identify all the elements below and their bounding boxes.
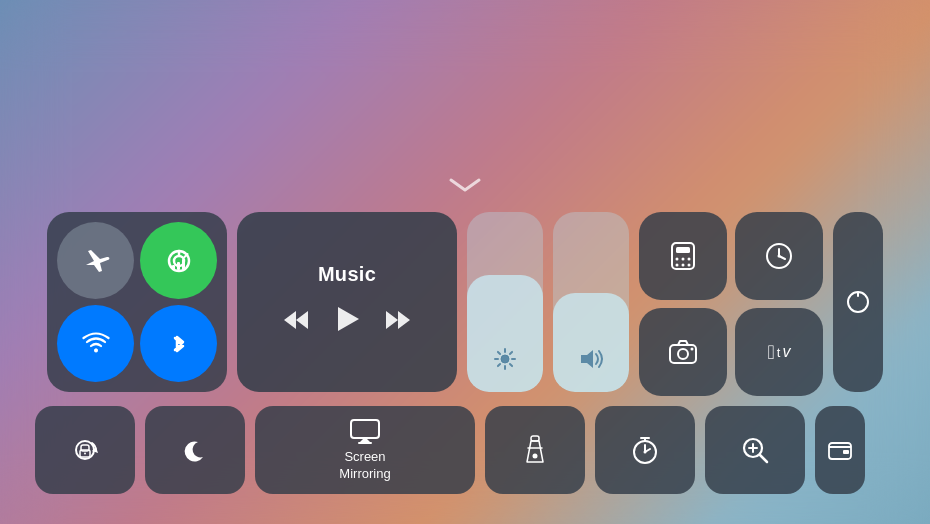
svg-line-19	[510, 364, 512, 366]
screen-mirroring-button[interactable]: Screen Mirroring	[255, 406, 475, 494]
svg-line-58	[760, 455, 767, 462]
volume-icon	[577, 347, 605, 376]
svg-rect-6	[182, 259, 185, 270]
svg-point-50	[533, 454, 538, 459]
brightness-icon	[493, 347, 517, 376]
svg-point-29	[682, 264, 685, 267]
flashlight-button[interactable]	[485, 406, 585, 494]
rewind-button[interactable]	[282, 309, 310, 337]
svg-line-21	[498, 364, 500, 366]
music-controls	[282, 304, 412, 341]
bottom-row: Screen Mirroring	[35, 406, 895, 494]
svg-line-18	[498, 352, 500, 354]
utilities-grid: tv	[639, 212, 823, 396]
svg-point-34	[778, 255, 781, 258]
svg-point-28	[676, 264, 679, 267]
wallet-button[interactable]	[815, 406, 865, 494]
svg-point-37	[691, 348, 694, 351]
partial-tile-right	[833, 212, 883, 392]
control-center: Music	[35, 176, 895, 494]
svg-point-13	[501, 355, 509, 363]
svg-rect-5	[177, 262, 180, 270]
svg-line-20	[510, 352, 512, 354]
svg-marker-12	[398, 311, 410, 329]
svg-point-30	[688, 264, 691, 267]
svg-marker-22	[581, 350, 593, 368]
apple-tv-label: tv	[768, 341, 791, 364]
svg-marker-9	[296, 311, 308, 329]
music-title: Music	[318, 263, 376, 286]
svg-marker-11	[386, 311, 398, 329]
volume-fill	[553, 293, 629, 392]
apple-tv-button[interactable]: tv	[735, 308, 823, 396]
camera-button[interactable]	[639, 308, 727, 396]
play-button[interactable]	[332, 304, 362, 341]
svg-point-27	[688, 258, 691, 261]
chevron-down-icon[interactable]	[447, 176, 483, 198]
svg-rect-62	[843, 450, 849, 454]
top-row: Music	[47, 212, 883, 396]
svg-point-36	[678, 349, 688, 359]
magnifier-button[interactable]	[705, 406, 805, 494]
svg-marker-10	[338, 307, 359, 331]
bluetooth-button[interactable]	[140, 305, 217, 382]
svg-point-7	[94, 348, 98, 352]
airplane-mode-button[interactable]	[57, 222, 134, 299]
calculator-button[interactable]	[639, 212, 727, 300]
brightness-slider[interactable]	[467, 212, 543, 392]
svg-rect-45	[351, 420, 379, 438]
svg-point-25	[676, 258, 679, 261]
svg-rect-4	[172, 265, 175, 270]
clock-button[interactable]	[735, 212, 823, 300]
do-not-disturb-button[interactable]	[145, 406, 245, 494]
screen-mirroring-label: Screen Mirroring	[339, 449, 390, 483]
music-tile[interactable]: Music	[237, 212, 457, 392]
forward-button[interactable]	[384, 309, 412, 337]
rotation-lock-button[interactable]	[35, 406, 135, 494]
connectivity-block	[47, 212, 227, 392]
svg-point-56	[644, 451, 647, 454]
svg-marker-8	[284, 311, 296, 329]
cellular-button[interactable]	[140, 222, 217, 299]
wifi-button[interactable]	[57, 305, 134, 382]
volume-slider[interactable]	[553, 212, 629, 392]
svg-point-44	[84, 453, 86, 455]
timer-button[interactable]	[595, 406, 695, 494]
svg-rect-24	[676, 247, 690, 253]
svg-point-26	[682, 258, 685, 261]
